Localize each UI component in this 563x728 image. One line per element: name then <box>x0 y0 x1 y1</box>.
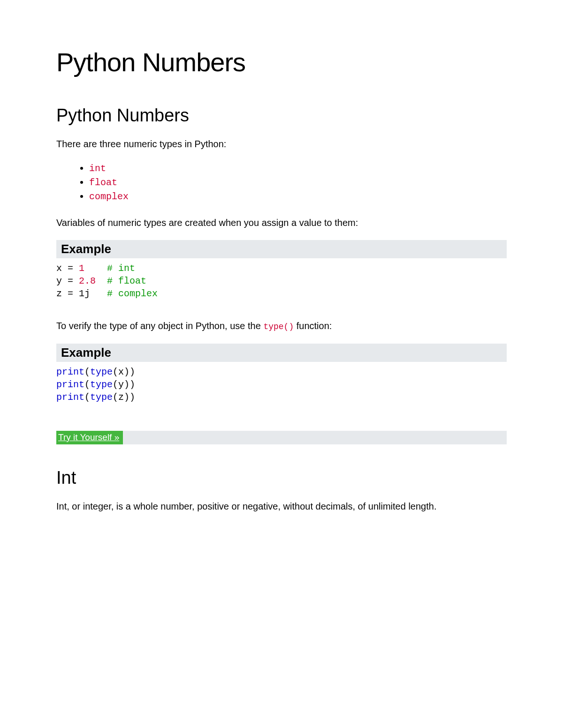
try-it-yourself-button[interactable]: Try it Yourself » <box>56 431 123 444</box>
after-list-text: Variables of numeric types are created w… <box>56 216 507 230</box>
intro-text: There are three numeric types in Python: <box>56 137 507 151</box>
example-heading-bar: Example <box>56 344 507 362</box>
verify-before: To verify the type of any object in Pyth… <box>56 321 263 331</box>
list-item: complex <box>89 189 507 203</box>
example-heading: Example <box>61 345 502 360</box>
section-heading-numbers: Python Numbers <box>56 105 507 126</box>
list-item: int <box>89 161 507 175</box>
verify-text: To verify the type of any object in Pyth… <box>56 319 507 333</box>
example-heading-bar: Example <box>56 240 507 258</box>
int-body-text: Int, or integer, is a whole number, posi… <box>56 499 507 513</box>
type-complex: complex <box>89 191 129 202</box>
page-title: Python Numbers <box>56 47 507 77</box>
numeric-types-list: int float complex <box>89 161 507 203</box>
section-heading-int: Int <box>56 468 507 488</box>
type-int: int <box>89 163 106 174</box>
verify-after: function: <box>294 321 332 331</box>
code-block-example2: print(type(x)) print(type(y)) print(type… <box>56 366 507 404</box>
try-bar: Try it Yourself » <box>56 431 507 444</box>
type-float: float <box>89 177 117 188</box>
code-block-example1: x = 1 # int y = 2.8 # float z = 1j # com… <box>56 262 507 300</box>
list-item: float <box>89 175 507 189</box>
inline-code-type: type() <box>263 322 294 331</box>
example-heading: Example <box>61 242 502 256</box>
